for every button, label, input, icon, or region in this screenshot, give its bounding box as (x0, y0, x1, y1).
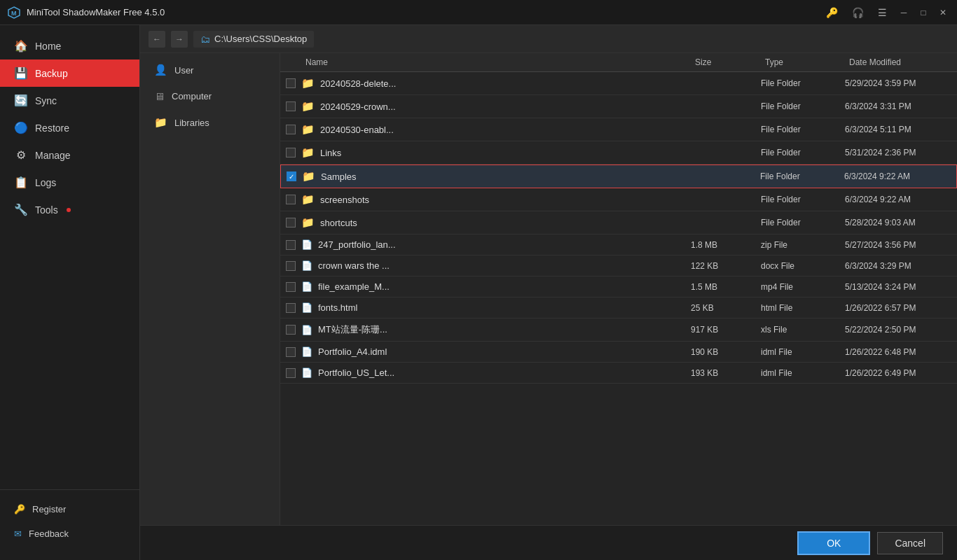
sidebar-item-sync[interactable]: 🔄 Sync (0, 87, 139, 114)
file-row-checkbox[interactable] (280, 261, 301, 271)
headphone-icon[interactable]: 🎧 (848, 6, 868, 20)
libraries-icon: 📁 (154, 116, 167, 129)
close-button[interactable]: ✕ (936, 6, 950, 20)
sidebar-item-home[interactable]: 🏠 Home (0, 32, 139, 59)
file-name-text: shortcuts (320, 218, 357, 228)
file-row-checkbox[interactable] (280, 218, 301, 227)
panel-libraries-label: Libraries (174, 118, 209, 128)
content-area: ← → 🗂 C:\Users\CSS\Desktop 👤 User 🖥 Comp… (140, 25, 957, 560)
path-bar: 🗂 C:\Users\CSS\Desktop (193, 31, 314, 48)
checkbox[interactable] (286, 347, 296, 357)
file-date-cell: 5/13/2024 3:24 PM (845, 282, 957, 292)
file-name-text: 20240529-crown... (320, 102, 396, 112)
panel-item-libraries[interactable]: 📁 Libraries (140, 109, 280, 136)
folder-icon: 📁 (301, 77, 315, 90)
sidebar-item-manage[interactable]: ⚙ Manage (0, 141, 139, 169)
folder-icon: 📁 (301, 193, 315, 206)
folder-icon: 📁 (302, 170, 315, 183)
sidebar-item-tools[interactable]: 🔧 Tools (0, 196, 139, 223)
sidebar-item-feedback[interactable]: ✉ Feedback (0, 522, 139, 546)
checkbox[interactable] (286, 78, 296, 88)
back-button[interactable]: ← (149, 31, 165, 48)
forward-button[interactable]: → (171, 31, 188, 48)
sidebar-item-label-manage: Manage (35, 150, 71, 161)
file-row-checkbox[interactable] (280, 195, 301, 204)
file-row-checkbox[interactable] (280, 347, 301, 357)
file-type-cell: File Folder (761, 218, 845, 227)
table-row[interactable]: 📄crown wars the ...122 KBdocx File6/3/20… (280, 255, 957, 276)
checkbox[interactable] (286, 102, 296, 111)
table-row[interactable]: 📁screenshotsFile Folder6/3/2024 9:22 AM (280, 188, 957, 211)
checkbox[interactable] (286, 218, 296, 227)
file-date-cell: 6/3/2024 3:31 PM (845, 102, 957, 111)
file-name-text: 20240528-delete... (320, 78, 396, 89)
file-name-text: file_example_M... (318, 281, 390, 292)
table-row[interactable]: 📁shortcutsFile Folder5/28/2024 9:03 AM (280, 211, 957, 234)
left-panel: 👤 User 🖥 Computer 📁 Libraries (140, 53, 280, 525)
maximize-button[interactable]: □ (916, 6, 930, 20)
checkbox[interactable] (286, 325, 296, 335)
table-row[interactable]: 📁20240530-enabl...File Folder6/3/2024 5:… (280, 118, 957, 141)
checkbox[interactable] (287, 172, 296, 181)
file-row-checkbox[interactable] (280, 78, 301, 88)
file-date-cell: 6/3/2024 5:11 PM (845, 125, 957, 134)
panel-item-user[interactable]: 👤 User (140, 57, 280, 83)
table-row[interactable]: 📁SamplesFile Folder6/3/2024 9:22 AM (280, 164, 957, 188)
table-row[interactable]: 📁LinksFile Folder5/31/2024 2:36 PM (280, 141, 957, 164)
checkbox[interactable] (286, 148, 296, 158)
file-row-checkbox[interactable] (280, 240, 301, 250)
file-rows-container: 📁20240528-delete...File Folder5/29/2024 … (280, 72, 957, 384)
panel-item-computer[interactable]: 🖥 Computer (140, 83, 280, 109)
file-type-cell: docx File (761, 261, 845, 271)
file-type-cell: File Folder (761, 195, 845, 204)
checkbox[interactable] (286, 240, 296, 250)
sidebar-item-restore[interactable]: 🔵 Restore (0, 114, 139, 141)
checkbox[interactable] (286, 261, 296, 271)
file-date-cell: 5/22/2024 2:50 PM (845, 325, 957, 335)
checkbox[interactable] (286, 368, 296, 378)
file-row-checkbox[interactable] (280, 325, 301, 335)
app-title: MiniTool ShadowMaker Free 4.5.0 (27, 7, 822, 18)
sidebar-item-register[interactable]: 🔑 Register (0, 497, 139, 522)
table-row[interactable]: 📁20240529-crown...File Folder6/3/2024 3:… (280, 95, 957, 118)
file-size-cell: 1.5 MB (691, 282, 761, 292)
ok-button[interactable]: OK (797, 531, 870, 555)
checkbox[interactable] (286, 282, 296, 292)
folder-icon: 📁 (301, 123, 315, 136)
checkbox[interactable] (286, 195, 296, 204)
checkbox[interactable] (286, 125, 296, 134)
back-arrow-icon: ← (153, 34, 161, 44)
file-name-text: crown wars the ... (318, 260, 390, 271)
file-row-checkbox[interactable] (280, 368, 301, 378)
key-icon[interactable]: 🔑 (822, 6, 842, 20)
table-row[interactable]: 📄247_portfolio_lan...1.8 MBzip File5/27/… (280, 234, 957, 255)
file-row-checkbox[interactable] (281, 172, 302, 181)
path-folder-icon: 🗂 (200, 34, 210, 45)
table-row[interactable]: 📄Portfolio_A4.idml190 KBidml File1/26/20… (280, 342, 957, 363)
sidebar-item-logs[interactable]: 📋 Logs (0, 169, 139, 196)
file-name-cell: 📄MT站流量-陈珊... (301, 323, 691, 336)
computer-icon: 🖥 (154, 90, 165, 102)
checkbox[interactable] (286, 303, 296, 313)
header-type-col: Type (761, 57, 845, 67)
logs-icon: 📋 (14, 176, 28, 189)
file-type-cell: html File (761, 303, 845, 313)
table-row[interactable]: 📄Portfolio_US_Let...193 KBidml File1/26/… (280, 363, 957, 384)
cancel-button[interactable]: Cancel (877, 532, 943, 554)
file-name-text: Portfolio_US_Let... (318, 368, 394, 378)
table-row[interactable]: 📄file_example_M...1.5 MBmp4 File5/13/202… (280, 276, 957, 298)
file-icon: 📄 (301, 368, 312, 378)
file-row-checkbox[interactable] (280, 282, 301, 292)
file-row-checkbox[interactable] (280, 125, 301, 134)
table-row[interactable]: 📄fonts.html25 KBhtml File1/26/2022 6:57 … (280, 298, 957, 318)
file-list[interactable]: Name Size Type Date Modified 📁20240528-d… (280, 53, 957, 525)
app-body: 🏠 Home 💾 Backup 🔄 Sync 🔵 Restore ⚙ Manag… (0, 25, 957, 560)
menu-icon[interactable]: ☰ (874, 6, 891, 20)
file-row-checkbox[interactable] (280, 148, 301, 158)
minimize-button[interactable]: ─ (897, 6, 911, 20)
sidebar-item-backup[interactable]: 💾 Backup (0, 59, 139, 87)
table-row[interactable]: 📄MT站流量-陈珊...917 KBxls File5/22/2024 2:50… (280, 318, 957, 342)
file-row-checkbox[interactable] (280, 303, 301, 313)
table-row[interactable]: 📁20240528-delete...File Folder5/29/2024 … (280, 72, 957, 95)
file-row-checkbox[interactable] (280, 102, 301, 111)
